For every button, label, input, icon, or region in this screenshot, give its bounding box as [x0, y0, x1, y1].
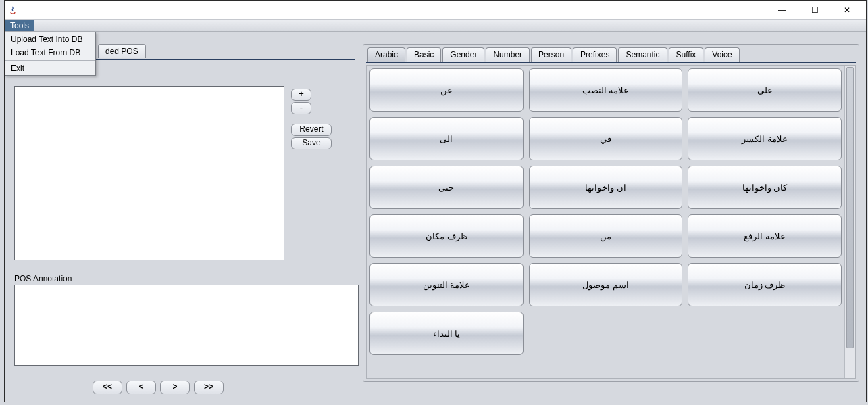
titlebar: — ☐ ✕	[5, 1, 866, 20]
pos-button-14[interactable]: ظرف زمان	[688, 263, 842, 306]
right-tab-underline	[366, 62, 856, 63]
java-app-icon	[7, 5, 18, 16]
pos-button-2[interactable]: على	[688, 68, 842, 112]
scrollbar-thumb[interactable]	[846, 67, 854, 348]
pos-button-7[interactable]: ان واخواتها	[529, 166, 683, 209]
tools-load-text[interactable]: Load Text From DB	[5, 46, 95, 59]
nav-next-button[interactable]: >	[160, 381, 190, 394]
scrollbar[interactable]	[844, 66, 855, 378]
pos-button-8[interactable]: كان واخواتها	[688, 166, 842, 209]
maximize-button[interactable]: ☐	[805, 5, 824, 15]
pos-button-1[interactable]: علامة النصب	[529, 68, 683, 112]
tab-semantic[interactable]: Semantic	[618, 47, 667, 62]
plus-button[interactable]: +	[291, 89, 311, 101]
minus-button[interactable]: -	[291, 102, 311, 114]
main-text-area[interactable]	[14, 86, 284, 260]
right-panel: ArabicBasicGenderNumberPersonPrefixesSem…	[363, 44, 859, 382]
tools-upload-text[interactable]: Upload Text Into DB	[5, 32, 95, 46]
tab-prefixes[interactable]: Prefixes	[573, 47, 617, 62]
pos-button-12[interactable]: علامة التنوين	[369, 263, 524, 306]
tools-menu[interactable]: Tools	[5, 20, 34, 31]
pos-button-grid: عنعلامة النصبعلىالىفيعلامة الكسرحتىان وا…	[369, 68, 842, 355]
nav-first-button[interactable]: <<	[93, 381, 122, 394]
pos-button-11[interactable]: علامة الرفع	[688, 214, 842, 258]
pos-annotation-label: POS Annotation	[14, 274, 72, 283]
nav-last-button[interactable]: >>	[194, 381, 224, 394]
tab-person[interactable]: Person	[531, 47, 571, 62]
pos-button-4[interactable]: في	[529, 117, 683, 160]
nav-prev-button[interactable]: <	[126, 381, 156, 394]
pos-button-6[interactable]: حتى	[369, 166, 524, 209]
tab-number[interactable]: Number	[486, 47, 530, 62]
pos-button-15[interactable]: يا النداء	[369, 312, 524, 355]
tab-voice[interactable]: Voice	[705, 47, 739, 62]
minimize-button[interactable]: —	[773, 5, 792, 15]
menubar: Tools	[5, 20, 866, 32]
tab-partial-hidden[interactable]: ded POS	[98, 44, 146, 58]
tools-exit[interactable]: Exit	[5, 62, 95, 75]
pos-button-13[interactable]: اسم موصول	[529, 263, 683, 306]
tab-suffix[interactable]: Suffix	[669, 47, 704, 62]
tab-basic[interactable]: Basic	[407, 47, 441, 62]
save-button[interactable]: Save	[291, 137, 332, 149]
pos-annotation-area[interactable]	[14, 285, 359, 366]
pos-button-0[interactable]: عن	[369, 68, 524, 112]
pos-button-5[interactable]: علامة الكسر	[688, 117, 842, 160]
pos-button-9[interactable]: ظرف مكان	[369, 214, 524, 258]
revert-button[interactable]: Revert	[291, 124, 332, 136]
right-tabs: ArabicBasicGenderNumberPersonPrefixesSem…	[363, 45, 859, 62]
pos-button-10[interactable]: من	[529, 214, 683, 258]
right-body: عنعلامة النصبعلىالىفيعلامة الكسرحتىان وا…	[366, 65, 856, 379]
menu-separator	[5, 60, 95, 61]
close-button[interactable]: ✕	[838, 5, 857, 15]
pos-button-3[interactable]: الى	[369, 117, 524, 160]
tab-gender[interactable]: Gender	[442, 47, 484, 62]
tools-dropdown: Upload Text Into DB Load Text From DB Ex…	[5, 32, 96, 76]
tab-arabic[interactable]: Arabic	[367, 47, 405, 62]
